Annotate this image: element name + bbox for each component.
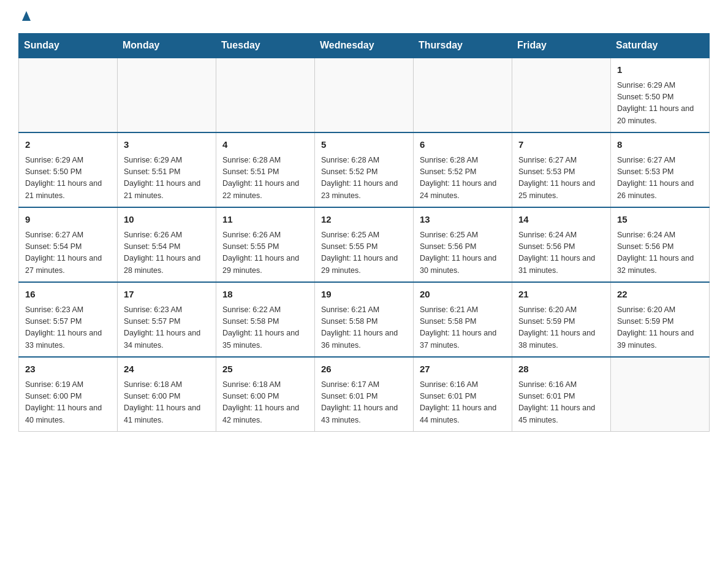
day-number: 1 [617,63,703,77]
calendar-day-cell: 8Sunrise: 6:27 AMSunset: 5:53 PMDaylight… [611,132,710,207]
day-info: Sunrise: 6:23 AMSunset: 5:57 PMDaylight:… [25,304,111,352]
day-number: 15 [617,213,703,227]
calendar-day-cell [216,58,315,132]
calendar-day-cell: 26Sunrise: 6:17 AMSunset: 6:01 PMDayligh… [315,357,414,432]
day-info: Sunrise: 6:27 AMSunset: 5:54 PMDaylight:… [25,229,111,277]
day-header-sunday: Sunday [19,34,118,58]
calendar-week-row: 1Sunrise: 6:29 AMSunset: 5:50 PMDaylight… [19,58,710,132]
day-number: 24 [124,362,210,377]
day-number: 10 [124,213,210,227]
day-header-friday: Friday [512,34,611,58]
day-info: Sunrise: 6:18 AMSunset: 6:00 PMDaylight:… [124,379,210,427]
day-number: 9 [25,213,111,227]
day-number: 22 [617,288,703,302]
day-number: 26 [321,362,407,377]
calendar-day-cell [315,58,414,132]
day-info: Sunrise: 6:28 AMSunset: 5:52 PMDaylight:… [321,155,407,202]
day-number: 18 [222,288,308,302]
day-info: Sunrise: 6:25 AMSunset: 5:55 PMDaylight:… [321,229,407,277]
day-header-thursday: Thursday [414,34,512,58]
calendar-day-cell: 13Sunrise: 6:25 AMSunset: 5:56 PMDayligh… [414,207,512,282]
calendar-day-cell: 18Sunrise: 6:22 AMSunset: 5:58 PMDayligh… [216,282,315,357]
day-number: 20 [420,288,506,302]
day-number: 27 [420,362,506,377]
calendar-week-row: 23Sunrise: 6:19 AMSunset: 6:00 PMDayligh… [19,357,710,432]
calendar-day-cell: 14Sunrise: 6:24 AMSunset: 5:56 PMDayligh… [512,207,611,282]
day-number: 19 [321,288,407,302]
day-number: 3 [124,138,210,152]
day-number: 7 [518,138,604,152]
day-info: Sunrise: 6:26 AMSunset: 5:54 PMDaylight:… [124,229,210,277]
calendar-day-cell: 21Sunrise: 6:20 AMSunset: 5:59 PMDayligh… [512,282,611,357]
day-info: Sunrise: 6:25 AMSunset: 5:56 PMDaylight:… [420,229,506,277]
calendar-day-cell: 15Sunrise: 6:24 AMSunset: 5:56 PMDayligh… [611,207,710,282]
calendar-day-cell: 16Sunrise: 6:23 AMSunset: 5:57 PMDayligh… [19,282,118,357]
day-info: Sunrise: 6:28 AMSunset: 5:52 PMDaylight:… [420,155,506,202]
day-number: 6 [420,138,506,152]
day-info: Sunrise: 6:27 AMSunset: 5:53 PMDaylight:… [617,155,703,202]
day-number: 16 [25,288,111,302]
calendar-day-cell [512,58,611,132]
day-info: Sunrise: 6:20 AMSunset: 5:59 PMDaylight:… [518,304,604,352]
day-number: 12 [321,213,407,227]
svg-marker-0 [22,11,31,21]
calendar-day-cell: 24Sunrise: 6:18 AMSunset: 6:00 PMDayligh… [118,357,216,432]
calendar-day-cell [611,357,710,432]
calendar-day-cell: 10Sunrise: 6:26 AMSunset: 5:54 PMDayligh… [118,207,216,282]
calendar-day-cell [118,58,216,132]
day-number: 13 [420,213,506,227]
calendar-day-cell: 6Sunrise: 6:28 AMSunset: 5:52 PMDaylight… [414,132,512,207]
calendar-day-cell: 22Sunrise: 6:20 AMSunset: 5:59 PMDayligh… [611,282,710,357]
calendar-table: SundayMondayTuesdayWednesdayThursdayFrid… [18,33,710,432]
logo [18,12,33,22]
day-info: Sunrise: 6:26 AMSunset: 5:55 PMDaylight:… [222,229,308,277]
day-number: 2 [25,138,111,152]
day-header-monday: Monday [118,34,216,58]
calendar-week-row: 9Sunrise: 6:27 AMSunset: 5:54 PMDaylight… [19,207,710,282]
calendar-day-cell: 17Sunrise: 6:23 AMSunset: 5:57 PMDayligh… [118,282,216,357]
calendar-day-cell: 23Sunrise: 6:19 AMSunset: 6:00 PMDayligh… [19,357,118,432]
day-info: Sunrise: 6:16 AMSunset: 6:01 PMDaylight:… [518,379,604,427]
day-info: Sunrise: 6:29 AMSunset: 5:50 PMDaylight:… [25,155,111,202]
day-header-wednesday: Wednesday [315,34,414,58]
calendar-day-cell: 2Sunrise: 6:29 AMSunset: 5:50 PMDaylight… [19,132,118,207]
day-number: 28 [518,362,604,377]
calendar-day-cell: 12Sunrise: 6:25 AMSunset: 5:55 PMDayligh… [315,207,414,282]
day-number: 21 [518,288,604,302]
day-info: Sunrise: 6:16 AMSunset: 6:01 PMDaylight:… [420,379,506,427]
day-number: 5 [321,138,407,152]
calendar-day-cell: 9Sunrise: 6:27 AMSunset: 5:54 PMDaylight… [19,207,118,282]
day-info: Sunrise: 6:28 AMSunset: 5:51 PMDaylight:… [222,155,308,202]
calendar-day-cell: 5Sunrise: 6:28 AMSunset: 5:52 PMDaylight… [315,132,414,207]
calendar-week-row: 16Sunrise: 6:23 AMSunset: 5:57 PMDayligh… [19,282,710,357]
calendar-day-cell: 1Sunrise: 6:29 AMSunset: 5:50 PMDaylight… [611,58,710,132]
day-info: Sunrise: 6:22 AMSunset: 5:58 PMDaylight:… [222,304,308,352]
calendar-day-cell: 4Sunrise: 6:28 AMSunset: 5:51 PMDaylight… [216,132,315,207]
calendar-day-cell: 11Sunrise: 6:26 AMSunset: 5:55 PMDayligh… [216,207,315,282]
day-info: Sunrise: 6:21 AMSunset: 5:58 PMDaylight:… [321,304,407,352]
calendar-day-cell: 3Sunrise: 6:29 AMSunset: 5:51 PMDaylight… [118,132,216,207]
day-number: 14 [518,213,604,227]
day-info: Sunrise: 6:19 AMSunset: 6:00 PMDaylight:… [25,379,111,427]
day-info: Sunrise: 6:27 AMSunset: 5:53 PMDaylight:… [518,155,604,202]
day-number: 17 [124,288,210,302]
page-header [18,12,710,22]
day-header-saturday: Saturday [611,34,710,58]
day-info: Sunrise: 6:17 AMSunset: 6:01 PMDaylight:… [321,379,407,427]
calendar-day-cell: 19Sunrise: 6:21 AMSunset: 5:58 PMDayligh… [315,282,414,357]
calendar-day-cell: 27Sunrise: 6:16 AMSunset: 6:01 PMDayligh… [414,357,512,432]
day-info: Sunrise: 6:29 AMSunset: 5:50 PMDaylight:… [617,80,703,128]
day-info: Sunrise: 6:23 AMSunset: 5:57 PMDaylight:… [124,304,210,352]
logo-triangle-icon [20,9,33,22]
day-info: Sunrise: 6:24 AMSunset: 5:56 PMDaylight:… [518,229,604,277]
day-number: 4 [222,138,308,152]
day-number: 23 [25,362,111,377]
calendar-day-cell: 7Sunrise: 6:27 AMSunset: 5:53 PMDaylight… [512,132,611,207]
calendar-day-cell: 28Sunrise: 6:16 AMSunset: 6:01 PMDayligh… [512,357,611,432]
day-info: Sunrise: 6:20 AMSunset: 5:59 PMDaylight:… [617,304,703,352]
calendar-day-cell: 20Sunrise: 6:21 AMSunset: 5:58 PMDayligh… [414,282,512,357]
calendar-day-cell: 25Sunrise: 6:18 AMSunset: 6:00 PMDayligh… [216,357,315,432]
day-info: Sunrise: 6:29 AMSunset: 5:51 PMDaylight:… [124,155,210,202]
calendar-week-row: 2Sunrise: 6:29 AMSunset: 5:50 PMDaylight… [19,132,710,207]
day-number: 8 [617,138,703,152]
